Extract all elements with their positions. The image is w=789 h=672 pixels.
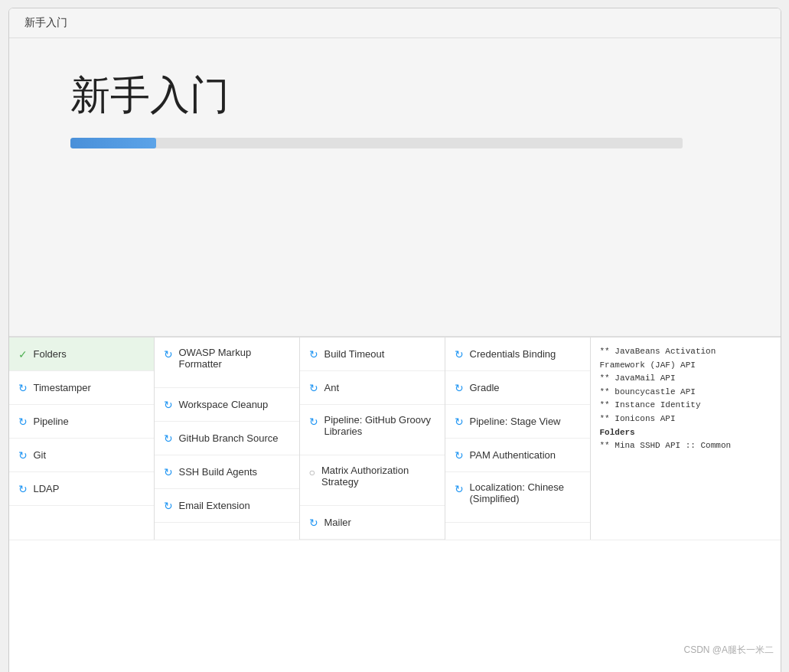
plugin-item: ↻ Workspace Cleanup: [155, 388, 299, 422]
refresh-icon: ↻: [18, 449, 28, 462]
plugin-label: Pipeline: GitHub Groovy Libraries: [324, 414, 435, 437]
info-panel: ** JavaBeans Activation Framework (JAF) …: [591, 338, 781, 461]
refresh-icon: ↻: [455, 348, 464, 360]
circle-icon: ○: [309, 466, 315, 478]
content-area: 新手入门 ✓ Folders ↻ Timestamper ↻ Pipeline: [9, 38, 781, 672]
plugin-label: OWASP Markup Formatter: [179, 347, 290, 370]
plugin-label: PAM Authentication: [470, 449, 556, 461]
plugin-label: GitHub Branch Source: [179, 432, 279, 444]
refresh-icon: ↻: [164, 500, 173, 512]
plugin-item: ↻ Ant: [300, 371, 445, 405]
plugin-label: Email Extension: [179, 500, 250, 511]
refresh-icon: ↻: [164, 466, 173, 478]
plugin-item: ↻ PAM Authentication: [445, 439, 590, 472]
empty-area: [9, 540, 781, 672]
info-line-bold: Folders: [600, 426, 771, 440]
check-icon: ✓: [18, 348, 28, 360]
plugin-item: ↻ Git: [9, 439, 154, 472]
plugin-item: ↻ Build Timeout: [300, 338, 445, 371]
plugin-item: ↻ GitHub Branch Source: [155, 422, 299, 455]
plugins-col-4: ↻ Credentials Binding ↻ Gradle ↻ Pipelin…: [445, 338, 591, 540]
refresh-icon: ↻: [18, 382, 28, 394]
progress-bar-container: [70, 138, 683, 148]
plugin-label: Git: [34, 449, 47, 461]
refresh-icon: ↻: [309, 517, 318, 529]
plugin-label: Localization: Chinese (Simplified): [470, 481, 581, 504]
plugin-label: Pipeline: [34, 416, 69, 427]
plugin-item: ↻ LDAP: [9, 472, 154, 506]
plugins-col-1: ✓ Folders ↻ Timestamper ↻ Pipeline ↻ Git…: [9, 338, 155, 540]
refresh-icon: ↻: [164, 348, 173, 360]
plugin-item: ✓ Folders: [9, 338, 154, 371]
title-bar: 新手入门: [9, 8, 781, 38]
plugin-label: Gradle: [470, 382, 500, 393]
hero-section: 新手入门: [9, 38, 781, 337]
plugin-item: ↻ Gradle: [445, 371, 590, 405]
plugin-item: ○ Matrix Authorization Strategy: [300, 455, 445, 506]
main-window: 新手入门 新手入门 ✓ Folders ↻ Timestamper ↻: [8, 8, 781, 672]
refresh-icon: ↻: [164, 399, 173, 411]
plugin-label: Matrix Authorization Strategy: [321, 465, 435, 488]
info-line: ** JavaMail API: [600, 372, 771, 386]
plugins-col-3: ↻ Build Timeout ↻ Ant ↻ Pipeline: GitHub…: [300, 338, 445, 540]
info-line: ** bouncycastle API: [600, 386, 771, 400]
plugin-item: ↻ Pipeline: Stage View: [445, 405, 590, 439]
info-line: ** Mina SSHD API :: Common: [600, 439, 771, 453]
refresh-icon: ↻: [309, 416, 318, 428]
plugin-label: LDAP: [34, 483, 60, 494]
refresh-icon: ↻: [18, 416, 28, 428]
refresh-icon: ↻: [164, 432, 173, 445]
progress-bar-fill: [70, 138, 156, 148]
plugin-label: Pipeline: Stage View: [470, 416, 561, 427]
window-title: 新手入门: [24, 16, 67, 28]
refresh-icon: ↻: [455, 483, 464, 495]
plugin-item: ↻ Email Extension: [155, 489, 299, 523]
plugin-item: ↻ Credentials Binding: [445, 338, 590, 371]
plugin-item: ↻ Localization: Chinese (Simplified): [445, 472, 590, 523]
plugin-label: Ant: [324, 382, 340, 393]
plugin-item: ↻ Timestamper: [9, 371, 154, 405]
plugin-label: Mailer: [324, 517, 351, 528]
hero-title: 新手入门: [70, 69, 719, 122]
plugin-item: ↻ Pipeline: GitHub Groovy Libraries: [300, 405, 445, 455]
plugin-label: Workspace Cleanup: [179, 399, 269, 410]
refresh-icon: ↻: [455, 416, 464, 428]
plugins-grid: ✓ Folders ↻ Timestamper ↻ Pipeline ↻ Git…: [9, 337, 781, 540]
refresh-icon: ↻: [455, 449, 464, 462]
plugin-item: ↻ SSH Build Agents: [155, 455, 299, 489]
plugin-item: ↻ Mailer: [300, 506, 445, 540]
info-line: Framework (JAF) API: [600, 359, 771, 373]
refresh-icon: ↻: [309, 348, 318, 360]
plugin-label: SSH Build Agents: [179, 466, 258, 478]
plugin-item: ↻ OWASP Markup Formatter: [155, 338, 299, 388]
info-line: ** Instance Identity: [600, 399, 771, 413]
info-line: ** JavaBeans Activation: [600, 345, 771, 359]
plugin-label: Credentials Binding: [470, 348, 556, 360]
info-line: ** Ionicons API: [600, 413, 771, 426]
refresh-icon: ↻: [309, 382, 318, 394]
plugin-label: Timestamper: [34, 382, 91, 393]
plugins-col-2: ↻ OWASP Markup Formatter ↻ Workspace Cle…: [155, 338, 300, 540]
refresh-icon: ↻: [455, 382, 464, 394]
plugin-item: ↻ Pipeline: [9, 405, 154, 439]
refresh-icon: ↻: [18, 483, 28, 495]
plugin-label: Build Timeout: [324, 348, 385, 360]
info-panel-col: ** JavaBeans Activation Framework (JAF) …: [591, 338, 781, 540]
plugin-label: Folders: [34, 348, 67, 360]
watermark: CSDN @A腿长一米二: [683, 644, 774, 657]
